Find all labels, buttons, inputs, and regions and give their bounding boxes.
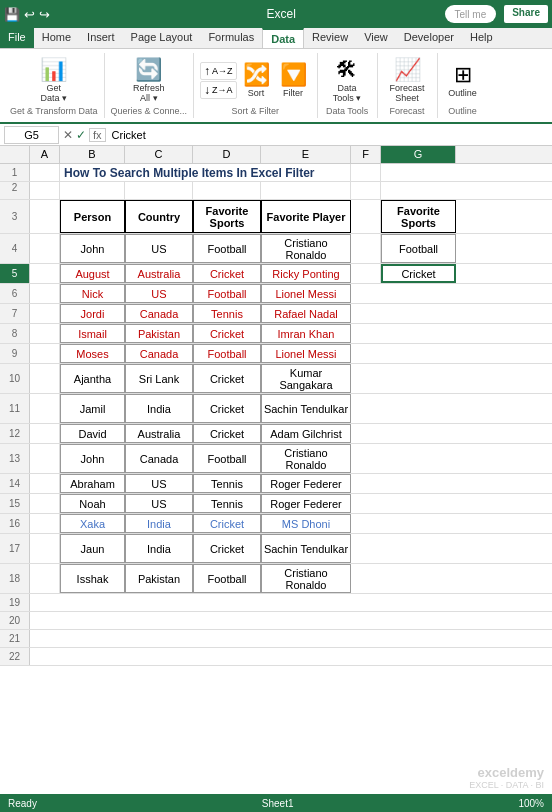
sheet-tabs[interactable]: Sheet1	[262, 798, 294, 809]
cell-country-11[interactable]: India	[125, 394, 193, 423]
sheet-cell-g17[interactable]	[381, 534, 456, 563]
cell-player-8[interactable]: Imran Khan	[261, 324, 351, 343]
cell-sport-17[interactable]: Cricket	[193, 534, 261, 563]
sheet-cell-a15[interactable]	[30, 494, 60, 513]
cell-player-17[interactable]: Sachin Tendulkar	[261, 534, 351, 563]
row-num[interactable]: 16	[0, 514, 30, 533]
sheet-cell-a5[interactable]	[30, 264, 60, 283]
tab-developer[interactable]: Developer	[396, 28, 462, 48]
cell-sport-14[interactable]: Tennis	[193, 474, 261, 493]
sheet-cell-c2[interactable]	[125, 182, 193, 199]
sheet-cell-f5[interactable]	[351, 264, 381, 283]
tab-review[interactable]: Review	[304, 28, 356, 48]
insert-function-icon[interactable]: fx	[89, 128, 106, 142]
sheet-cell-f8[interactable]	[351, 324, 381, 343]
row-num[interactable]: 12	[0, 424, 30, 443]
row-num[interactable]: 11	[0, 394, 30, 423]
cell-player-18[interactable]: Cristiano Ronaldo	[261, 564, 351, 593]
sheet-cell-f17[interactable]	[351, 534, 381, 563]
cell-person-10[interactable]: Ajantha	[60, 364, 125, 393]
cell-sport-12[interactable]: Cricket	[193, 424, 261, 443]
cell-country-4[interactable]: US	[125, 234, 193, 263]
sheet-cell-a7[interactable]	[30, 304, 60, 323]
sheet-cell-f2[interactable]	[351, 182, 381, 199]
cell-player-7[interactable]: Rafael Nadal	[261, 304, 351, 323]
cell-person-7[interactable]: Jordi	[60, 304, 125, 323]
sheet-cell-a9[interactable]	[30, 344, 60, 363]
cell-sport-5[interactable]: Cricket	[193, 264, 261, 283]
cell-country-10[interactable]: Sri Lank	[125, 364, 193, 393]
filter-button[interactable]: 🔽 Filter	[276, 60, 311, 100]
row-num[interactable]: 7	[0, 304, 30, 323]
cell-person-12[interactable]: David	[60, 424, 125, 443]
col-header-b[interactable]: B	[60, 146, 125, 163]
cell-country-15[interactable]: US	[125, 494, 193, 513]
cell-person-6[interactable]: Nick	[60, 284, 125, 303]
tab-data[interactable]: Data	[262, 28, 304, 48]
row-num[interactable]: 4	[0, 234, 30, 263]
cell-player-14[interactable]: Roger Federer	[261, 474, 351, 493]
tab-formulas[interactable]: Formulas	[200, 28, 262, 48]
cell-sport-10[interactable]: Cricket	[193, 364, 261, 393]
cell-sport-7[interactable]: Tennis	[193, 304, 261, 323]
cell-country-12[interactable]: Australia	[125, 424, 193, 443]
cell-country-17[interactable]: India	[125, 534, 193, 563]
sheet-cell-g1[interactable]	[381, 164, 456, 181]
sheet-cell-g2[interactable]	[381, 182, 456, 199]
cell-person-17[interactable]: Jaun	[60, 534, 125, 563]
cell-player-16[interactable]: MS Dhoni	[261, 514, 351, 533]
redo-icon[interactable]: ↪	[39, 7, 50, 22]
col-header-g[interactable]: G	[381, 146, 456, 163]
undo-icon[interactable]: ↩	[24, 7, 35, 22]
cell-country-9[interactable]: Canada	[125, 344, 193, 363]
cell-sport-18[interactable]: Football	[193, 564, 261, 593]
cell-player-11[interactable]: Sachin Tendulkar	[261, 394, 351, 423]
sheet-cell-f11[interactable]	[351, 394, 381, 423]
cell-person-9[interactable]: Moses	[60, 344, 125, 363]
row-num[interactable]: 1	[0, 164, 30, 181]
row-num[interactable]: 20	[0, 612, 30, 629]
cell-player-9[interactable]: Lionel Messi	[261, 344, 351, 363]
cell-person-5[interactable]: August	[60, 264, 125, 283]
refresh-all-button[interactable]: 🔄 RefreshAll ▾	[129, 55, 169, 105]
sheet-cell-a12[interactable]	[30, 424, 60, 443]
sheet-cell-f1[interactable]	[351, 164, 381, 181]
cell-player-15[interactable]: Roger Federer	[261, 494, 351, 513]
row-num[interactable]: 15	[0, 494, 30, 513]
row-num[interactable]: 18	[0, 564, 30, 593]
sort-button[interactable]: 🔀 Sort	[239, 60, 274, 100]
cell-person-13[interactable]: John	[60, 444, 125, 473]
cell-player-13[interactable]: Cristiano Ronaldo	[261, 444, 351, 473]
sheet-cell-a17[interactable]	[30, 534, 60, 563]
sheet-cell-a13[interactable]	[30, 444, 60, 473]
tab-pagelayout[interactable]: Page Layout	[123, 28, 201, 48]
get-data-button[interactable]: 📊 GetData ▾	[34, 55, 74, 105]
sheet-cell-g16[interactable]	[381, 514, 456, 533]
sheet-cell-e2[interactable]	[261, 182, 351, 199]
tab-file[interactable]: File	[0, 28, 34, 48]
sort-za-button[interactable]: ↓ Z→A	[200, 81, 237, 99]
row-num[interactable]: 14	[0, 474, 30, 493]
cell-sport-9[interactable]: Football	[193, 344, 261, 363]
confirm-icon[interactable]: ✓	[76, 128, 86, 142]
sheet-cell-b2[interactable]	[60, 182, 125, 199]
cancel-icon[interactable]: ✕	[63, 128, 73, 142]
col-header-e[interactable]: E	[261, 146, 351, 163]
tell-me-box[interactable]: Tell me	[445, 5, 497, 23]
sheet-cell-a4[interactable]	[30, 234, 60, 263]
cell-person-18[interactable]: Isshak	[60, 564, 125, 593]
sheet-cell-a1[interactable]	[30, 164, 60, 181]
sheet-cell-g14[interactable]	[381, 474, 456, 493]
sheet-cell-g11[interactable]	[381, 394, 456, 423]
sheet-cell-f15[interactable]	[351, 494, 381, 513]
sheet-cell-f3[interactable]	[351, 200, 381, 233]
cell-person-11[interactable]: Jamil	[60, 394, 125, 423]
sheet-cell-f4[interactable]	[351, 234, 381, 263]
formula-input[interactable]	[112, 126, 548, 144]
row-num[interactable]: 10	[0, 364, 30, 393]
row-num[interactable]: 3	[0, 200, 30, 233]
side-cell-football[interactable]: Football	[381, 234, 456, 263]
row-num[interactable]: 13	[0, 444, 30, 473]
sheet-cell-f14[interactable]	[351, 474, 381, 493]
share-button[interactable]: Share	[504, 5, 548, 23]
